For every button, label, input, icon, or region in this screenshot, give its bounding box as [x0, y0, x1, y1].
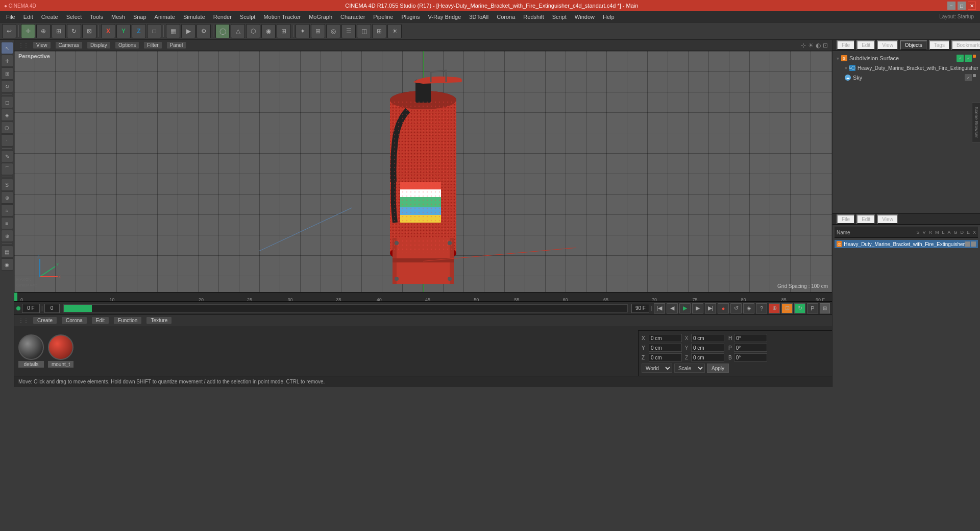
- x-size-input[interactable]: [691, 334, 724, 342]
- material-ball-2[interactable]: [48, 334, 74, 360]
- menu-simulate[interactable]: Simulate: [179, 13, 209, 21]
- animate-record-btn[interactable]: ⊕: [769, 303, 780, 313]
- selected-object-row[interactable]: ◎ Heavy_Duty_Marine_Bracket_with_Fire_Ex…: [835, 240, 978, 248]
- rotate-tool-button[interactable]: ↻: [67, 24, 81, 38]
- menu-pipeline[interactable]: Pipeline: [369, 13, 397, 21]
- timeline-ruler[interactable]: 0 10 20 25 30 35 40 45 50 55 60 65 70 75…: [14, 292, 832, 301]
- draw-btn[interactable]: ✎: [1, 150, 13, 162]
- scene-browser-tab[interactable]: Scene Browser: [972, 102, 980, 142]
- menu-snap[interactable]: Snap: [129, 13, 151, 21]
- menu-mograph[interactable]: MoGraph: [305, 13, 336, 21]
- point-mode-button[interactable]: ◉: [261, 24, 276, 38]
- rp-tags-tab[interactable]: Tags: [929, 40, 949, 50]
- display-menu-btn[interactable]: Display: [87, 41, 111, 49]
- viewport-icon-3[interactable]: ◐: [816, 42, 821, 49]
- mat-texture-btn[interactable]: Texture: [146, 317, 172, 324]
- uvw-mode-button[interactable]: ⊞: [277, 24, 291, 38]
- animate-scale-btn[interactable]: P: [807, 303, 818, 313]
- play-btn[interactable]: ▶: [679, 303, 691, 313]
- spline-btn[interactable]: ⌒: [1, 163, 13, 175]
- b-input[interactable]: [734, 353, 767, 361]
- polygon-btn[interactable]: ◈: [1, 109, 13, 121]
- world-dropdown[interactable]: World Object Local: [642, 364, 672, 373]
- brush-btn[interactable]: ⊛: [1, 191, 13, 204]
- menu-sculpt[interactable]: Sculpt: [236, 13, 260, 21]
- menu-window[interactable]: Window: [571, 13, 599, 21]
- grid-snap-button[interactable]: ⊞: [311, 24, 325, 38]
- vertex-snap-button[interactable]: ◎: [326, 24, 340, 38]
- menu-animate[interactable]: Animate: [151, 13, 179, 21]
- rotate-btn[interactable]: ↻: [1, 80, 13, 92]
- transform-tool-button[interactable]: ⊠: [82, 24, 96, 38]
- menu-vray-bridge[interactable]: V-Ray Bridge: [424, 13, 465, 21]
- menu-character[interactable]: Character: [336, 13, 369, 21]
- keyframe-btn[interactable]: ◈: [743, 303, 754, 313]
- menu-select[interactable]: Select: [62, 13, 86, 21]
- mat-edit-btn[interactable]: Edit: [91, 317, 109, 324]
- material-left-btn[interactable]: ◉: [1, 258, 13, 271]
- scale-btn[interactable]: ⊞: [1, 67, 13, 80]
- help-btn[interactable]: ?: [756, 303, 767, 313]
- rp-view-tab[interactable]: View: [877, 40, 898, 50]
- menu-file[interactable]: File: [2, 13, 19, 21]
- mat-create-btn[interactable]: Create: [33, 317, 57, 324]
- z-pos-input[interactable]: [649, 353, 682, 361]
- viewport-maximize[interactable]: ⊡: [823, 42, 828, 49]
- mat-corona-btn[interactable]: Corona: [61, 317, 87, 324]
- select-tool-button[interactable]: ⊕: [36, 24, 51, 38]
- level-snap-button[interactable]: ☰: [341, 24, 356, 38]
- sky-visibility-btn[interactable]: ✓: [965, 74, 972, 81]
- end-frame-input[interactable]: [631, 304, 649, 313]
- flatten-btn[interactable]: ≡: [1, 217, 13, 229]
- menu-tools[interactable]: Tools: [86, 13, 107, 21]
- apply-button[interactable]: Apply: [707, 364, 729, 373]
- material-ball-1[interactable]: [18, 334, 44, 360]
- current-frame-input[interactable]: [22, 304, 40, 313]
- layer-btn[interactable]: ▤: [1, 246, 13, 258]
- menu-3dtoall[interactable]: 3DToAll: [465, 13, 493, 21]
- viewport[interactable]: Perspective: [14, 51, 832, 292]
- animate-extra-btn[interactable]: ⊞: [820, 303, 830, 313]
- render-preview-button[interactable]: ▦: [166, 24, 180, 38]
- sculpt-btn[interactable]: S: [1, 179, 13, 191]
- display-button[interactable]: ☀: [387, 24, 402, 38]
- x-pos-input[interactable]: [649, 334, 682, 342]
- polygon-mode-button[interactable]: △: [231, 24, 245, 38]
- texture-button[interactable]: ⊞: [372, 24, 386, 38]
- y-axis-button[interactable]: Y: [116, 24, 131, 38]
- viewport-icon-2[interactable]: ☀: [808, 42, 814, 49]
- edge-mode-button[interactable]: ⬡: [246, 24, 260, 38]
- material-button[interactable]: ◫: [357, 24, 371, 38]
- menu-corona[interactable]: Corona: [493, 13, 519, 21]
- menu-create[interactable]: Create: [37, 13, 62, 21]
- close-button[interactable]: ✕: [968, 2, 976, 10]
- menu-render[interactable]: Render: [209, 13, 236, 21]
- axis-all-button[interactable]: □: [147, 24, 161, 38]
- menu-mesh[interactable]: Mesh: [107, 13, 129, 21]
- prev-frame-btn[interactable]: ◀: [667, 303, 678, 313]
- menu-edit[interactable]: Edit: [19, 13, 37, 21]
- y-size-input[interactable]: [691, 344, 724, 352]
- material-item-2[interactable]: mount_t: [48, 334, 74, 368]
- loop-btn[interactable]: ↺: [730, 303, 742, 313]
- maximize-button[interactable]: □: [958, 2, 966, 10]
- rp-objects-tab[interactable]: Objects: [900, 40, 927, 50]
- move-btn[interactable]: ✛: [1, 55, 13, 67]
- jump-end-btn[interactable]: ▶|: [705, 303, 716, 313]
- object-btn[interactable]: ◻: [1, 96, 13, 108]
- viewport-icon-1[interactable]: ⊹: [801, 42, 806, 49]
- rp-bottom-view-tab[interactable]: View: [877, 214, 898, 224]
- menu-motion-tracker[interactable]: Motion Tracker: [259, 13, 305, 21]
- move-tool-button[interactable]: ✛: [21, 24, 35, 38]
- menu-help[interactable]: Help: [599, 13, 619, 21]
- object-mode-button[interactable]: ◯: [215, 24, 230, 38]
- timeline-scrubber[interactable]: [63, 304, 628, 312]
- z-size-input[interactable]: [691, 353, 724, 361]
- panel-menu-btn[interactable]: Panel: [166, 41, 187, 49]
- rp-bookmarks-tab[interactable]: Bookmarks: [951, 40, 980, 50]
- options-menu-btn[interactable]: Options: [115, 41, 139, 49]
- scene-item-subdivision[interactable]: ▾ S Subdivision Surface ✓ ✓: [835, 53, 978, 63]
- animate-pos-btn[interactable]: ⊡: [781, 303, 793, 313]
- rp-bottom-edit-tab[interactable]: Edit: [856, 214, 875, 224]
- record-btn[interactable]: ●: [718, 303, 729, 313]
